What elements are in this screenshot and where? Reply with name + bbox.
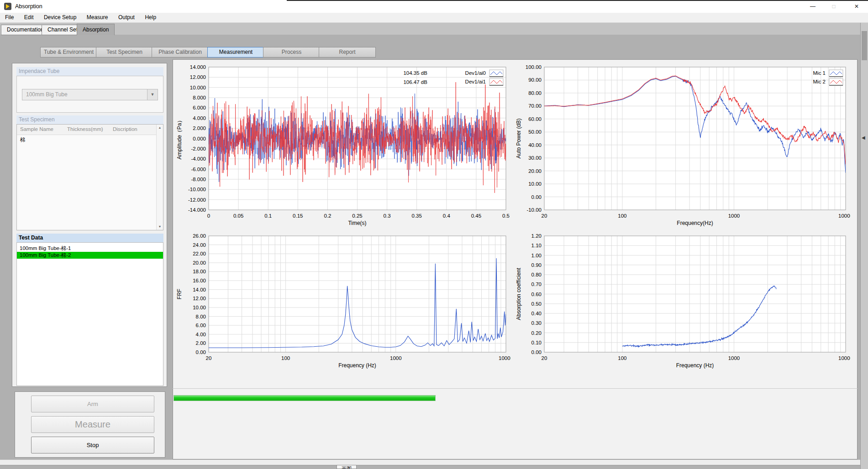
subtab-phase-calibration[interactable]: Phase Calibration bbox=[152, 47, 209, 57]
subtab-process[interactable]: Process bbox=[263, 47, 320, 57]
svg-text:18.00: 18.00 bbox=[193, 269, 206, 274]
svg-text:2.00: 2.00 bbox=[196, 340, 206, 346]
svg-text:0.00: 0.00 bbox=[196, 349, 206, 355]
frf-chart: 0.002.004.006.008.0010.0012.0014.0016.00… bbox=[176, 230, 510, 373]
svg-text:0.3: 0.3 bbox=[384, 213, 391, 219]
impedance-tube-value: 100mm Big Tube bbox=[26, 91, 68, 98]
svg-text:Mic 1: Mic 1 bbox=[813, 70, 826, 76]
svg-text:10000: 10000 bbox=[838, 355, 850, 361]
svg-text:0.000: 0.000 bbox=[193, 136, 206, 141]
svg-text:0.60: 0.60 bbox=[531, 292, 542, 297]
svg-text:Time(s): Time(s) bbox=[348, 220, 366, 226]
svg-text:0.40: 0.40 bbox=[531, 311, 542, 316]
window-top-edge bbox=[287, 0, 868, 1]
list-item-selected[interactable]: 100mm Big Tube-棉-2 bbox=[17, 252, 163, 259]
svg-text:Mic 2: Mic 2 bbox=[813, 79, 826, 84]
svg-text:8.00: 8.00 bbox=[196, 314, 206, 319]
svg-text:0.70: 0.70 bbox=[531, 281, 542, 287]
svg-text:0.30: 0.30 bbox=[531, 320, 542, 326]
bottom-tab-draw[interactable]: 画图 bbox=[337, 465, 357, 469]
svg-text:0.35: 0.35 bbox=[412, 213, 422, 219]
svg-text:1.10: 1.10 bbox=[531, 243, 542, 248]
svg-text:10.00: 10.00 bbox=[528, 181, 542, 187]
svg-text:14.00: 14.00 bbox=[193, 287, 206, 292]
stop-button[interactable]: Stop bbox=[31, 437, 154, 453]
svg-text:20: 20 bbox=[542, 213, 547, 219]
svg-text:-8.000: -8.000 bbox=[191, 177, 206, 182]
svg-text:100: 100 bbox=[618, 355, 626, 361]
menu-file[interactable]: File bbox=[1, 13, 18, 23]
main-tab-strip: Documentation Channel Setup Absorption bbox=[0, 23, 868, 35]
svg-text:-10.000: -10.000 bbox=[188, 187, 206, 192]
table-row[interactable]: 棉 bbox=[17, 135, 157, 142]
svg-text:0.20: 0.20 bbox=[531, 330, 542, 336]
test-specimen-header: Test Specimen bbox=[16, 115, 163, 124]
minimize-button[interactable]: — bbox=[802, 0, 823, 13]
arm-button[interactable]: Arm bbox=[31, 396, 154, 412]
column-sample-name: Sample Name bbox=[17, 125, 53, 132]
svg-text:20.00: 20.00 bbox=[528, 168, 542, 174]
svg-text:0.90: 0.90 bbox=[531, 262, 542, 268]
impedance-tube-dropdown[interactable]: 100mm Big Tube ▼ bbox=[22, 89, 158, 100]
svg-text:60.00: 60.00 bbox=[528, 116, 542, 122]
subtab-measurement[interactable]: Measurement bbox=[207, 47, 264, 57]
menu-edit[interactable]: Edit bbox=[20, 13, 38, 23]
svg-text:24.00: 24.00 bbox=[193, 242, 206, 248]
menu-output[interactable]: Output bbox=[114, 13, 139, 23]
svg-text:Frequency(Hz): Frequency(Hz) bbox=[677, 220, 713, 226]
svg-text:90.00: 90.00 bbox=[528, 77, 542, 83]
svg-text:0.25: 0.25 bbox=[352, 213, 362, 219]
svg-text:0.05: 0.05 bbox=[233, 213, 243, 219]
measure-button[interactable]: Measure bbox=[31, 416, 154, 433]
test-specimen-table: Sample Name Thickness(mm) Discription 棉 … bbox=[16, 124, 163, 230]
close-button[interactable]: ✕ bbox=[846, 0, 867, 13]
svg-text:10.000: 10.000 bbox=[190, 85, 206, 90]
svg-text:106.47 dB: 106.47 dB bbox=[403, 79, 427, 85]
test-specimen-table-header: Sample Name Thickness(mm) Discription bbox=[17, 125, 157, 135]
svg-text:26.00: 26.00 bbox=[193, 233, 206, 239]
menu-measure[interactable]: Measure bbox=[83, 13, 112, 23]
impedance-tube-header: Impendace Tube bbox=[16, 67, 163, 76]
svg-text:0.00: 0.00 bbox=[531, 349, 542, 355]
svg-text:10.00: 10.00 bbox=[193, 305, 206, 310]
svg-text:10000: 10000 bbox=[499, 355, 510, 361]
list-item[interactable]: 100mm Big Tube-棉-1 bbox=[17, 245, 163, 252]
svg-text:Dev1/ai1: Dev1/ai1 bbox=[465, 79, 486, 84]
cell-sample-name: 棉 bbox=[17, 135, 26, 143]
svg-text:-2.000: -2.000 bbox=[191, 146, 206, 151]
svg-text:8.000: 8.000 bbox=[193, 95, 206, 100]
svg-text:FRF: FRF bbox=[176, 289, 183, 299]
svg-text:80.00: 80.00 bbox=[528, 90, 542, 96]
table-scrollbar[interactable]: ▲ ▼ bbox=[156, 125, 163, 230]
svg-text:0.50: 0.50 bbox=[531, 301, 542, 307]
svg-text:14.000: 14.000 bbox=[190, 64, 206, 70]
svg-text:0: 0 bbox=[207, 213, 210, 219]
subtab-tube-environment[interactable]: Tube & Environment bbox=[40, 47, 97, 57]
auto-power-chart: -10.000.0010.0020.0030.0040.0050.0060.00… bbox=[515, 62, 850, 230]
menu-bar: File Edit Device Setup Measure Output He… bbox=[0, 13, 868, 23]
svg-text:0.4: 0.4 bbox=[443, 213, 451, 219]
svg-text:Frequency (Hz): Frequency (Hz) bbox=[676, 362, 714, 369]
tab-absorption[interactable]: Absorption bbox=[77, 24, 115, 35]
svg-text:12.00: 12.00 bbox=[193, 296, 206, 301]
svg-text:1.00: 1.00 bbox=[531, 253, 542, 258]
svg-text:-12.000: -12.000 bbox=[188, 197, 206, 203]
svg-text:4.000: 4.000 bbox=[193, 115, 206, 121]
panel-collapse-arrow-icon[interactable]: ◀ bbox=[862, 135, 865, 140]
svg-text:0.1: 0.1 bbox=[264, 213, 272, 219]
menu-device-setup[interactable]: Device Setup bbox=[40, 13, 80, 23]
menu-help[interactable]: Help bbox=[141, 13, 160, 23]
test-data-header: Test Data bbox=[16, 234, 163, 242]
subtab-test-specimen[interactable]: Test Specimen bbox=[96, 47, 153, 57]
subtab-report[interactable]: Report bbox=[319, 47, 376, 57]
right-scrollbar-thumb[interactable] bbox=[862, 31, 867, 60]
absorption-coefficient-chart: 0.000.100.200.300.400.500.600.700.800.90… bbox=[515, 230, 850, 373]
svg-text:Absorption coefficient: Absorption coefficient bbox=[516, 268, 522, 320]
svg-text:12.000: 12.000 bbox=[190, 74, 206, 80]
right-scrollbar[interactable]: ◀ bbox=[860, 23, 868, 469]
scroll-down-icon[interactable]: ▼ bbox=[157, 224, 163, 230]
app-icon bbox=[4, 3, 11, 10]
chevron-down-icon[interactable]: ▼ bbox=[147, 89, 158, 100]
scroll-up-icon[interactable]: ▲ bbox=[157, 125, 163, 131]
time-signal-chart: -14.000-12.000-10.000-8.000-6.000-4.000-… bbox=[176, 62, 510, 230]
